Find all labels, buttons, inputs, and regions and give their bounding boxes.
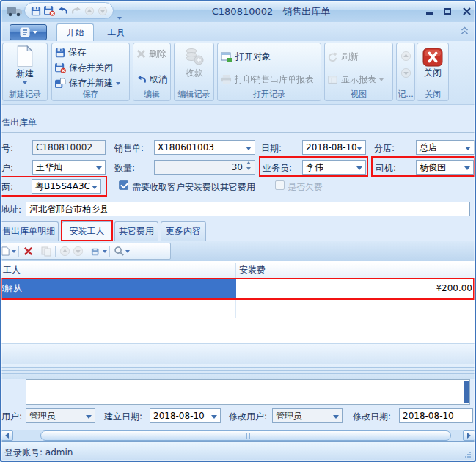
delete-row-icon[interactable] bbox=[21, 245, 34, 258]
ribbon-group-close: 关闭 关闭 bbox=[417, 43, 449, 101]
toolbar-separator bbox=[18, 246, 19, 257]
grid-header-worker[interactable]: 工人 bbox=[0, 263, 236, 279]
address-field[interactable]: 河北省邢台市柏乡县 bbox=[26, 202, 470, 216]
search-icon[interactable] bbox=[112, 245, 125, 258]
status-bar: 登录账号: admin bbox=[0, 441, 476, 462]
driver-dropdown[interactable]: 杨俊国 bbox=[416, 160, 474, 175]
ribbon: 新建 新建记录 保存 保存并关闭 保存并新建 保存 bbox=[0, 41, 476, 105]
copy-row-icon bbox=[40, 245, 53, 258]
group-label: 新建记录 bbox=[3, 89, 47, 100]
date-dropdown[interactable]: 2018-08-10 bbox=[302, 140, 366, 155]
sales-order-dropdown[interactable]: X180601003 bbox=[154, 140, 255, 155]
create-date-dropdown[interactable]: 2018-08-10 bbox=[150, 408, 221, 423]
new-split-caret-icon bbox=[23, 81, 27, 84]
remarks-scrollbar-thumb[interactable] bbox=[464, 381, 469, 403]
detail-panel: 工人 安装费 邝解从 ¥200.00 bbox=[0, 241, 476, 364]
tab-other-fees[interactable]: 其它费用 bbox=[114, 221, 158, 241]
group-label: 视图 bbox=[325, 89, 392, 100]
tab-detail-lines[interactable]: 售出库单明细 bbox=[0, 221, 59, 241]
address-label: 地址: bbox=[1, 204, 21, 216]
save-new-caret-icon bbox=[116, 82, 120, 85]
export-icon[interactable] bbox=[89, 245, 103, 258]
scroll-left-arrow[interactable] bbox=[1, 430, 13, 441]
tab-more-content[interactable]: 更多内容 bbox=[161, 221, 206, 241]
modify-user-dropdown[interactable]: 管理员 bbox=[272, 408, 343, 423]
add-row-caret-icon[interactable] bbox=[12, 250, 16, 253]
minimize-button[interactable] bbox=[422, 6, 436, 17]
create-user-dropdown[interactable]: 管理员 bbox=[26, 408, 95, 423]
quantity-spin-up-icon[interactable] bbox=[246, 161, 251, 164]
modify-user-label: 修改用户: bbox=[229, 411, 267, 423]
branch-dropdown[interactable]: 总店 bbox=[416, 140, 475, 155]
vehicle-label: 两: bbox=[1, 181, 13, 194]
doc-no-label: 号: bbox=[1, 142, 13, 155]
print-report-button: 打印销售出库单报表 bbox=[218, 72, 321, 87]
maximize-button[interactable] bbox=[440, 6, 455, 17]
close-form-button[interactable]: 关闭 bbox=[417, 48, 448, 79]
group-label: 关闭 bbox=[417, 89, 448, 100]
open-object-button[interactable]: 打开对象 bbox=[218, 49, 321, 65]
customer-dropdown[interactable]: 王华灿 bbox=[32, 160, 106, 175]
save-button[interactable]: 保存 bbox=[52, 45, 129, 60]
tab-install-workers[interactable]: 安装工人 bbox=[62, 221, 112, 241]
save-close-icon[interactable] bbox=[44, 5, 55, 16]
delete-x-icon bbox=[136, 49, 146, 59]
driver-label: 司机: bbox=[376, 162, 396, 175]
scroll-right-arrow[interactable] bbox=[463, 430, 475, 441]
section-divider bbox=[0, 132, 476, 133]
grid-empty-row[interactable] bbox=[0, 299, 236, 318]
ribbon-group-open-record: 打开对象 打印销售出库单报表 打开记录 bbox=[217, 43, 321, 101]
ribbon-group-new-record: 新建 新建记录 bbox=[2, 43, 48, 101]
salesman-label: 业务员: bbox=[263, 162, 292, 175]
save-and-close-button[interactable]: 保存并关闭 bbox=[52, 60, 129, 76]
toolbar-separator bbox=[37, 246, 37, 257]
grid-toolbar bbox=[0, 241, 476, 261]
cancel-button[interactable]: 取消 bbox=[133, 72, 170, 87]
add-row-icon[interactable] bbox=[0, 245, 12, 258]
create-user-label: 用户: bbox=[1, 411, 22, 423]
quantity-spin-down-icon[interactable] bbox=[246, 167, 251, 170]
coins-icon bbox=[184, 46, 205, 67]
splitter-handle[interactable] bbox=[0, 364, 476, 379]
grid-row-worker-cell[interactable]: 邝解从 bbox=[0, 279, 236, 299]
close-red-x-icon bbox=[422, 48, 443, 67]
doc-no-field[interactable]: C180810002 bbox=[32, 140, 106, 155]
resize-grip-icon[interactable] bbox=[464, 451, 472, 458]
close-window-button[interactable] bbox=[459, 6, 474, 17]
receive-payment-button: 收款 bbox=[175, 46, 213, 79]
ribbon-collapse-chevron-icon[interactable] bbox=[461, 26, 469, 35]
delete-button: 删除 bbox=[133, 46, 170, 62]
report-icon bbox=[328, 75, 338, 85]
show-report-button: 显示报表 bbox=[325, 72, 392, 87]
save-icon[interactable] bbox=[31, 6, 41, 16]
move-up-icon bbox=[58, 245, 71, 258]
show-report-caret-icon bbox=[379, 78, 384, 81]
app-menu-icon bbox=[20, 27, 30, 37]
grid-row-fee-cell[interactable]: ¥200.00 bbox=[236, 279, 476, 299]
quick-access-toolbar bbox=[24, 2, 114, 19]
ribbon-group-record-nav: 记... bbox=[396, 43, 415, 101]
export-caret-icon[interactable] bbox=[103, 250, 107, 253]
login-account-text: 登录账号: admin bbox=[4, 447, 73, 459]
vehicle-dropdown[interactable]: 粤B15S4A3C bbox=[32, 179, 101, 194]
quantity-stepper[interactable]: 30 bbox=[154, 160, 255, 175]
fee-checkbox[interactable] bbox=[119, 180, 128, 190]
search-caret-icon[interactable] bbox=[125, 250, 130, 253]
tab-tools[interactable]: 工具 bbox=[98, 23, 135, 41]
remarks-textbox[interactable] bbox=[26, 379, 470, 405]
salesman-dropdown[interactable]: 李伟 bbox=[302, 160, 366, 175]
app-menu-button[interactable] bbox=[10, 24, 47, 40]
undo-icon[interactable] bbox=[58, 6, 68, 16]
modify-date-field[interactable]: 2018-08-10 bbox=[399, 408, 473, 423]
tab-start[interactable]: 开始 bbox=[56, 23, 94, 41]
scrollbar-thumb[interactable] bbox=[40, 430, 451, 441]
new-button[interactable]: 新建 bbox=[3, 45, 47, 84]
ribbon-group-view: 刷新 显示报表 视图 bbox=[324, 43, 393, 101]
group-label: 编辑 bbox=[133, 89, 170, 100]
refresh-icon bbox=[328, 52, 338, 62]
grid-header-fee[interactable]: 安装费 bbox=[236, 263, 476, 279]
grid-empty-row[interactable] bbox=[236, 299, 476, 318]
move-down-icon bbox=[71, 245, 84, 258]
ribbon-group-edit-record: 收款 编辑记录 bbox=[174, 43, 214, 101]
group-label: 打开记录 bbox=[218, 89, 321, 100]
